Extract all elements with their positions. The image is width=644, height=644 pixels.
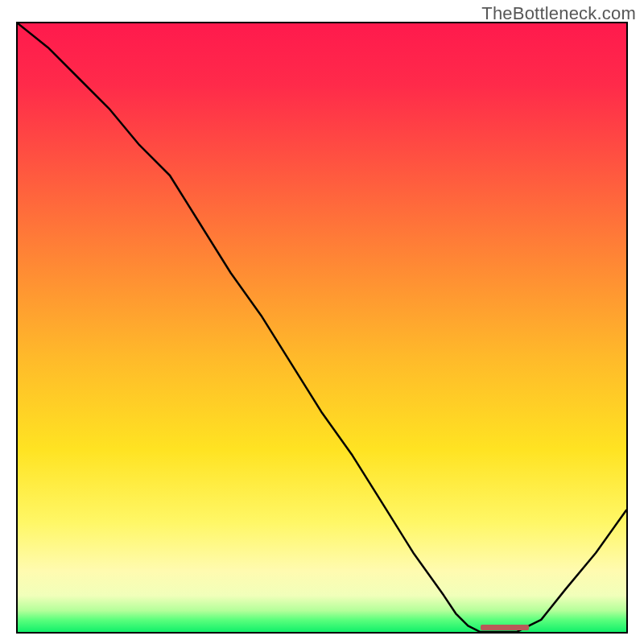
minimum-band-marker [481,625,529,630]
plot-area [16,22,628,634]
bottleneck-curve [18,23,626,632]
chart-frame: TheBottleneck.com [0,0,644,644]
